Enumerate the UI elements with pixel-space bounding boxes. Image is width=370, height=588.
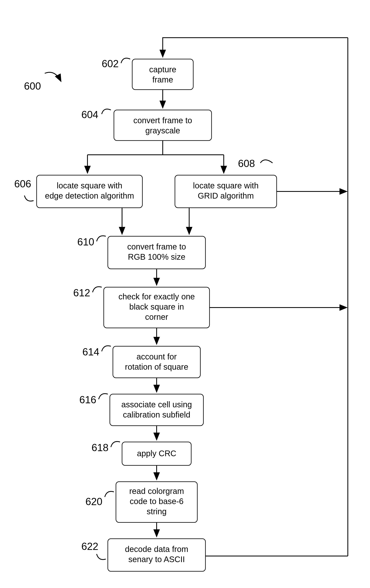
ref-620: 620 xyxy=(85,496,102,507)
ref-616: 616 xyxy=(79,394,96,406)
ref-608: 608 xyxy=(238,158,255,169)
ref-602: 602 xyxy=(102,58,119,69)
ref-604: 604 xyxy=(81,109,98,120)
ref-610: 610 xyxy=(77,236,94,248)
flowchart: 600 captureframe 602 convert frame togra… xyxy=(0,0,370,588)
svg-text:apply CRC: apply CRC xyxy=(137,449,176,458)
ref-618: 618 xyxy=(91,442,109,453)
ref-612: 612 xyxy=(73,287,90,299)
node-capture-frame xyxy=(132,59,193,90)
ref-606: 606 xyxy=(14,178,31,190)
ref-622: 622 xyxy=(81,541,98,552)
diagram-ref: 600 xyxy=(24,80,41,92)
node-convert-grayscale xyxy=(114,110,211,141)
ref-614: 614 xyxy=(82,346,99,358)
node-calibration xyxy=(110,394,203,426)
node-rotation xyxy=(113,346,200,378)
